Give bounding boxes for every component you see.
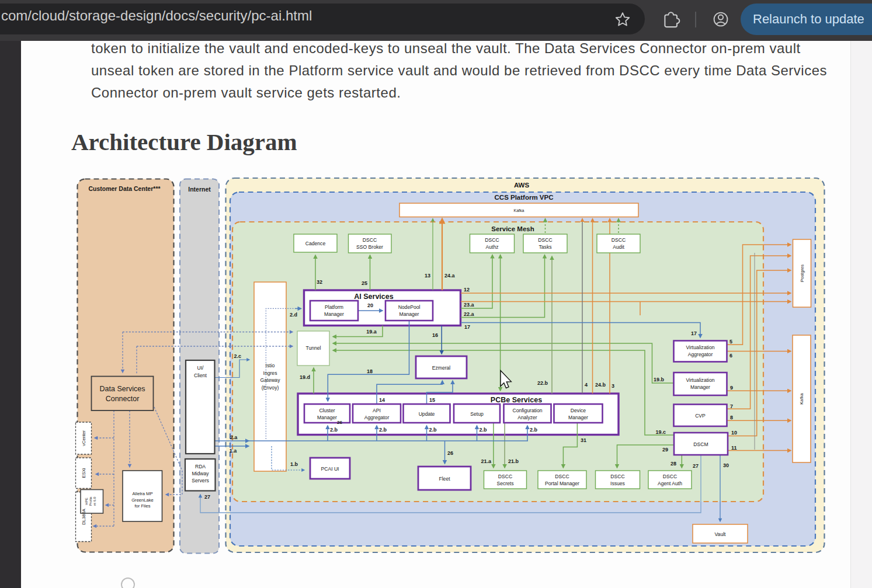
svg-text:26: 26 [447,450,453,456]
svg-text:DSCC: DSCC [485,237,499,243]
svg-text:Prolia: Prolia [89,496,92,506]
svg-text:Aggregator: Aggregator [364,415,390,420]
svg-text:GreenLake: GreenLake [131,497,154,503]
svg-text:22.b: 22.b [537,380,548,386]
svg-text:Tunnel: Tunnel [306,345,321,351]
svg-text:nt 6.0: nt 6.0 [93,496,96,506]
svg-text:DSCC: DSCC [612,237,626,243]
svg-text:16: 16 [432,332,438,338]
svg-text:30: 30 [723,462,729,468]
svg-text:Kafka: Kafka [514,208,524,213]
svg-text:DSCC: DSCC [538,237,552,243]
svg-text:10: 10 [731,430,737,436]
svg-text:HPE: HPE [85,497,88,505]
svg-text:24.b: 24.b [595,382,606,388]
svg-text:PCAI UI: PCAI UI [321,466,339,472]
svg-text:19.b: 19.b [654,377,665,382]
svg-text:PCBe Services: PCBe Services [491,396,542,404]
svg-text:31: 31 [581,437,586,443]
svg-text:11: 11 [731,445,737,451]
svg-text:2.a: 2.a [230,434,238,440]
svg-text:Manager: Manager [690,384,710,390]
svg-text:DSCC: DSCC [498,474,512,479]
svg-text:21.b: 21.b [508,458,519,464]
svg-text:29: 29 [662,447,668,453]
svg-text:DSCC: DSCC [555,474,569,479]
svg-text:2.c: 2.c [234,353,241,359]
svg-text:Kafka: Kafka [799,393,804,405]
svg-text:Alletra MP: Alletra MP [132,491,152,496]
svg-text:Cadence: Cadence [305,241,326,246]
svg-text:32: 32 [317,279,322,285]
svg-text:2.b: 2.b [530,427,538,433]
svg-text:1.b: 1.b [290,461,298,467]
svg-text:6: 6 [729,353,732,359]
svg-text:Update: Update [419,411,435,417]
svg-text:Service Mesh: Service Mesh [491,225,534,232]
svg-text:27: 27 [204,494,210,500]
svg-text:Manager: Manager [399,311,419,317]
svg-text:API: API [373,408,381,413]
svg-text:21.a: 21.a [481,458,492,464]
svg-text:3: 3 [612,383,614,389]
svg-text:27: 27 [693,463,699,469]
svg-text:13: 13 [425,273,430,279]
svg-text:Client: Client [194,373,207,378]
svg-text:DSCC: DSCC [663,474,677,479]
svg-text:Postgres: Postgres [800,265,805,282]
svg-text:AI Services: AI Services [354,293,393,301]
svg-text:AWS: AWS [514,182,530,189]
svg-text:Virtualization: Virtualization [686,377,714,383]
svg-text:DL380A: DL380A [81,508,86,524]
svg-text:Setup: Setup [470,411,484,417]
svg-text:2.b: 2.b [480,427,488,433]
svg-text:Analyzer: Analyzer [517,415,537,420]
svg-text:17: 17 [464,324,470,330]
svg-text:for Files: for Files [134,503,150,509]
svg-text:Vault: Vault [715,531,727,537]
svg-text:SSO Broker: SSO Broker [356,244,383,250]
svg-text:14: 14 [379,397,385,403]
svg-text:Fleet: Fleet [439,476,450,482]
svg-text:Virtualization: Virtualization [686,345,714,350]
svg-text:Issues: Issues [610,481,625,486]
svg-text:9: 9 [730,385,733,391]
svg-text:Manager: Manager [324,311,344,317]
svg-text:vCenter: vCenter [81,430,86,446]
svg-text:Cluster: Cluster [319,408,335,413]
svg-text:Device: Device [571,408,586,413]
svg-text:Platform: Platform [325,304,343,310]
svg-text:CVP: CVP [695,413,706,419]
svg-text:5: 5 [729,339,732,345]
svg-text:2.b: 2.b [429,427,437,433]
svg-text:Data Services: Data Services [100,385,145,393]
svg-text:Agent Auth: Agent Auth [658,481,682,486]
svg-text:2.b: 2.b [330,427,338,433]
svg-text:24.a: 24.a [444,273,456,279]
svg-text:Connector: Connector [106,395,140,403]
svg-text:26: 26 [337,420,342,425]
svg-text:17: 17 [691,330,697,336]
svg-text:CCS Platform VPC: CCS Platform VPC [495,194,554,201]
svg-text:7: 7 [730,403,733,409]
svg-text:19.d: 19.d [300,374,310,380]
svg-text:DSCM: DSCM [693,441,708,447]
svg-text:Istio: Istio [266,363,275,368]
svg-text:2.b: 2.b [379,427,387,433]
svg-text:Configuration: Configuration [512,408,542,413]
svg-text:20: 20 [367,302,373,308]
svg-text:Manager: Manager [317,415,337,420]
svg-text:22.a: 22.a [464,311,475,317]
svg-text:25: 25 [362,280,367,286]
svg-text:Tasks: Tasks [539,244,552,250]
svg-text:Customer Data Center***: Customer Data Center*** [88,185,161,192]
svg-text:Audit: Audit [613,244,624,250]
svg-text:Manager: Manager [568,415,588,420]
svg-text:Servers: Servers [192,478,209,483]
svg-text:19.c: 19.c [655,429,666,435]
svg-text:Aggregator: Aggregator [688,352,713,357]
svg-text:(Envoy): (Envoy) [262,385,279,391]
svg-text:1.a: 1.a [230,448,238,454]
svg-text:2.d: 2.d [290,312,297,318]
svg-text:Ingres: Ingres [263,370,277,376]
